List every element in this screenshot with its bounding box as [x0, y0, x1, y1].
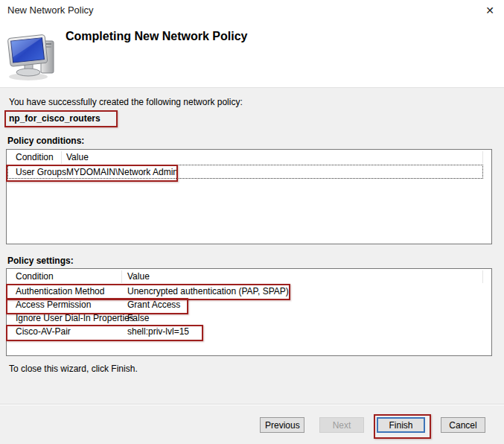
column-divider [482, 270, 483, 283]
table-row-access-permission[interactable]: Access Permission Grant Access [7, 298, 491, 311]
column-divider [121, 270, 122, 283]
close-icon: ✕ [485, 4, 494, 16]
page-title: Completing New Network Policy [66, 30, 247, 43]
table-row-ignore-dialin[interactable]: Ignore User Dial-In Properties False [7, 311, 491, 325]
policy-conditions-label: Policy conditions: [7, 136, 84, 146]
settings-col-condition[interactable]: Condition [16, 271, 54, 282]
cell-value: False [127, 313, 149, 323]
close-wizard-note: To close this wizard, click Finish. [9, 364, 138, 374]
previous-button[interactable]: Previous [260, 417, 304, 433]
new-network-policy-dialog: New Network Policy ✕ [0, 0, 504, 444]
intro-text: You have successfully created the follow… [9, 97, 243, 107]
settings-table: Condition Value Authentication Method Un… [6, 268, 492, 356]
conditions-col-condition[interactable]: Condition [16, 152, 54, 162]
conditions-table: Condition Value User Groups MYDOMAIN\Net… [6, 149, 492, 244]
conditions-table-header: Condition Value [7, 150, 491, 165]
conditions-col-value[interactable]: Value [66, 152, 89, 162]
cell-condition: User Groups [16, 167, 66, 177]
column-divider [482, 151, 483, 164]
policy-name: np_for_cisco_routers [6, 112, 116, 124]
cancel-button[interactable]: Cancel [441, 417, 485, 433]
dialog-body: You have successfully created the follow… [0, 88, 504, 444]
settings-col-value[interactable]: Value [127, 271, 150, 282]
dialog-header-band: New Network Policy ✕ [0, 0, 504, 88]
table-row-user-groups[interactable]: User Groups MYDOMAIN\Network Admin [7, 165, 491, 179]
cell-value: MYDOMAIN\Network Admin [66, 167, 178, 177]
settings-table-header: Condition Value [7, 269, 491, 284]
cell-value: shell:priv-lvl=15 [127, 326, 189, 337]
cell-value: Grant Access [127, 299, 180, 310]
finish-button[interactable]: Finish [377, 417, 425, 433]
policy-settings-label: Policy settings: [7, 256, 74, 266]
column-divider [61, 151, 62, 164]
next-button[interactable]: Next [319, 417, 364, 433]
table-row-cisco-av-pair[interactable]: Cisco-AV-Pair shell:priv-lvl=15 [7, 325, 491, 338]
computer-icon [6, 34, 60, 83]
cell-condition: Cisco-AV-Pair [16, 326, 71, 337]
cell-condition: Ignore User Dial-In Properties [16, 313, 134, 323]
cell-condition: Access Permission [16, 299, 91, 310]
table-row-authentication-method[interactable]: Authentication Method Unencrypted authen… [7, 285, 491, 298]
close-button[interactable]: ✕ [479, 1, 500, 19]
cell-condition: Authentication Method [16, 286, 104, 296]
policy-name-annotation: np_for_cisco_routers [4, 110, 118, 127]
footer-separator-highlight [0, 405, 504, 405]
cell-value: Unencrypted authentication (PAP, SPAP) [127, 286, 289, 296]
window-title: New Network Policy [7, 4, 94, 16]
